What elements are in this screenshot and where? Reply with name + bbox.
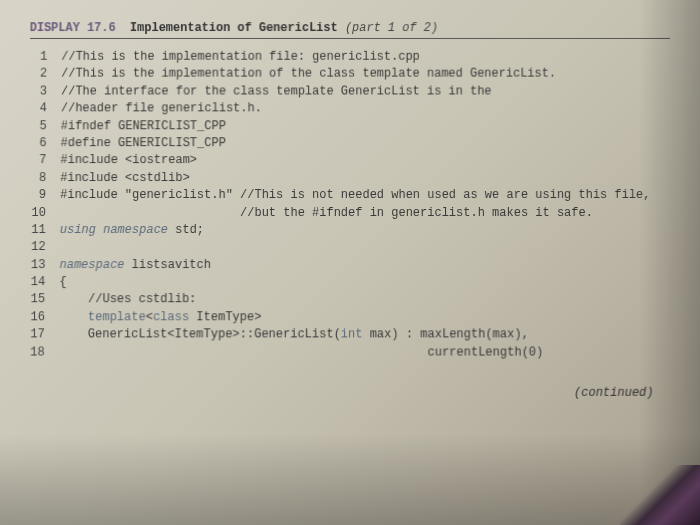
code-line: 2//This is the implementation of the cla… — [29, 66, 671, 83]
code-line: 1//This is the implementation file: gene… — [29, 49, 670, 66]
line-number: 1 — [29, 49, 61, 66]
code-line: 3//The interface for the class template … — [29, 83, 671, 100]
title-part: (part 1 of 2) — [345, 21, 438, 35]
code-text: template<class ItemType> — [59, 309, 261, 326]
code-text: namespace listsavitch — [59, 257, 211, 274]
code-text: { — [59, 274, 66, 291]
line-number: 7 — [28, 152, 60, 169]
line-number: 13 — [27, 257, 59, 274]
code-text: //Uses cstdlib: — [59, 292, 196, 309]
code-line: 14{ — [27, 274, 673, 291]
code-line: 15 //Uses cstdlib: — [27, 292, 673, 309]
line-number: 9 — [28, 187, 60, 204]
line-number: 12 — [28, 239, 60, 256]
title-main: Implementation of — [130, 21, 252, 35]
book-edge — [620, 465, 700, 525]
code-text: GenericList<ItemType>::GenericList(int m… — [59, 327, 529, 345]
code-text: #ifndef GENERICLIST_CPP — [61, 118, 226, 135]
code-line: 4//header file genericlist.h. — [29, 101, 671, 118]
display-label: DISPLAY — [30, 21, 80, 35]
line-number: 5 — [29, 118, 61, 135]
code-line: 10 //but the #ifndef in genericlist.h ma… — [28, 205, 672, 222]
line-number: 17 — [27, 327, 59, 345]
line-number: 6 — [29, 135, 61, 152]
code-line: 18 currentLength(0) — [27, 344, 674, 362]
code-text: //This is the implementation file: gener… — [61, 49, 420, 66]
code-text: #define GENERICLIST_CPP — [60, 135, 225, 152]
line-number: 4 — [29, 101, 61, 118]
code-text: #include <iostream> — [60, 152, 197, 169]
line-number: 10 — [28, 205, 60, 222]
line-number: 16 — [27, 309, 59, 326]
display-number: 17.6 — [87, 21, 116, 35]
textbook-page: DISPLAY 17.6 Implementation of GenericLi… — [26, 21, 674, 400]
code-text: #include "genericlist.h" //This is not n… — [60, 187, 650, 204]
line-number: 14 — [27, 274, 59, 291]
code-line: 8#include <cstdlib> — [28, 170, 672, 187]
code-line: 11using namespace std; — [28, 222, 673, 239]
code-text: //header file genericlist.h. — [61, 101, 262, 118]
code-line: 6#define GENERICLIST_CPP — [29, 135, 672, 152]
code-text: //This is the implementation of the clas… — [61, 66, 556, 83]
code-line: 13namespace listsavitch — [27, 257, 672, 274]
code-line: 12 — [28, 239, 673, 256]
line-number: 8 — [28, 170, 60, 187]
code-line: 9#include "genericlist.h" //This is not … — [28, 187, 672, 204]
continued-label: (continued) — [26, 386, 674, 400]
line-number: 11 — [28, 222, 60, 239]
code-text: #include <cstdlib> — [60, 170, 190, 187]
display-header: DISPLAY 17.6 Implementation of GenericLi… — [30, 21, 671, 39]
line-number: 3 — [29, 83, 61, 100]
code-text: //The interface for the class template G… — [61, 83, 492, 100]
code-line: 17 GenericList<ItemType>::GenericList(in… — [27, 327, 674, 345]
code-line: 7#include <iostream> — [28, 152, 671, 169]
code-text: using namespace std; — [60, 222, 204, 239]
code-line: 5#ifndef GENERICLIST_CPP — [29, 118, 672, 135]
code-text: //but the #ifndef in genericlist.h makes… — [60, 205, 593, 222]
title-code: GenericList — [259, 21, 338, 35]
code-text: currentLength(0) — [59, 344, 544, 362]
code-line: 16 template<class ItemType> — [27, 309, 673, 326]
page-shadow-bottom — [0, 435, 700, 525]
code-listing: 1//This is the implementation file: gene… — [27, 49, 674, 362]
line-number: 15 — [27, 292, 59, 309]
line-number: 18 — [27, 344, 59, 362]
line-number: 2 — [29, 66, 61, 83]
